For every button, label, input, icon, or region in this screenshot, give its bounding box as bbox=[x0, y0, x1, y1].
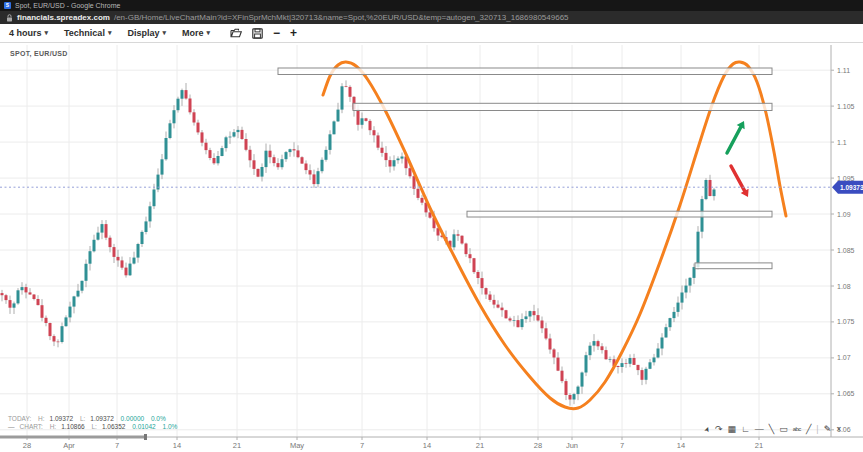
chevron-down-icon: ▾ bbox=[162, 29, 166, 37]
browser-window: S Spot, EUR/USD - Google Chrome financia… bbox=[0, 0, 863, 452]
y-axis-label: 1.075 bbox=[837, 318, 855, 325]
legend-chart-low: 1.06352 bbox=[102, 423, 126, 430]
chevron-down-icon: ▾ bbox=[108, 29, 112, 37]
curve-tool-icon[interactable]: ↷ bbox=[715, 424, 723, 435]
y-axis-label: 1.1 bbox=[837, 139, 847, 146]
x-axis-label: 7 bbox=[115, 441, 119, 450]
chart-area[interactable]: 1.111.1051.11.0951.091.0851.081.0751.071… bbox=[0, 43, 863, 452]
timeframe-dropdown[interactable]: 4 hours ▾ bbox=[9, 28, 48, 38]
symbol-label: SPOT, EUR/USD bbox=[10, 50, 68, 57]
y-axis-label: 1.085 bbox=[837, 247, 855, 254]
url-bar[interactable]: financials.spreadex.com/en-GB/Home/LiveC… bbox=[0, 11, 863, 24]
display-dropdown[interactable]: Display ▾ bbox=[127, 28, 166, 38]
text-tool-icon[interactable]: abc bbox=[793, 424, 801, 435]
open-folder-icon[interactable] bbox=[230, 28, 242, 38]
down-arrow-annotation[interactable] bbox=[731, 166, 749, 197]
x-axis-label: 28 bbox=[23, 441, 31, 450]
legend-today-low: 1.09372 bbox=[90, 415, 114, 422]
grid-tool-icon[interactable]: ▦ bbox=[727, 424, 736, 435]
x-axis-label: Jun bbox=[566, 441, 578, 450]
zoom-out-button[interactable]: − bbox=[273, 28, 280, 38]
legend-today-high: 1.09372 bbox=[50, 415, 74, 422]
legend-low-label: L: bbox=[80, 415, 85, 422]
legend-today-label: TODAY: bbox=[8, 415, 31, 422]
zone-rectangle[interactable] bbox=[353, 103, 772, 110]
url-path: /en-GB/Home/LiveChartMain?id=XFinSprMchM… bbox=[114, 13, 569, 22]
legend-chart-high: 1.10866 bbox=[61, 423, 85, 430]
chart-axes-tool-icon[interactable]: ∟ bbox=[741, 424, 750, 435]
chevron-down-icon: ▾ bbox=[45, 29, 49, 37]
up-arrow-annotation[interactable] bbox=[727, 121, 745, 153]
window-title-bar: S Spot, EUR/USD - Google Chrome bbox=[0, 0, 863, 11]
display-dropdown-label: Display bbox=[127, 28, 159, 38]
x-axis-label: 7 bbox=[620, 441, 624, 450]
x-axis-label: 7 bbox=[360, 441, 364, 450]
drawing-toolbar: ➤↷▦∟—╲▭abc╱|✎× bbox=[704, 423, 841, 436]
legend-today-change-pct: 0.0% bbox=[151, 415, 166, 422]
chart-legend: TODAY: H:1.09372 L:1.09372 0.00000 0.0% … bbox=[8, 415, 182, 431]
x-axis-label: 21 bbox=[476, 441, 484, 450]
y-axis-label: 1.07 bbox=[837, 354, 851, 361]
x-axis-label: 21 bbox=[755, 441, 763, 450]
legend-chart-label: CHART: bbox=[20, 423, 43, 430]
horizontal-line-tool-icon[interactable]: — bbox=[755, 424, 764, 435]
y-axis-labels: 1.111.1051.11.0951.091.0851.081.0751.071… bbox=[831, 67, 855, 434]
legend-high-label: H: bbox=[38, 415, 45, 422]
legend-chart-change-pct: 1.0% bbox=[163, 423, 178, 430]
svg-text:1.09373: 1.09373 bbox=[840, 184, 863, 191]
legend-row-chart: —CHART: H:1.10866 L:1.06352 0.01042 1.0% bbox=[8, 423, 182, 431]
x-axis-label: 21 bbox=[233, 441, 241, 450]
toolbar-divider: | bbox=[816, 424, 818, 435]
zone-rectangle[interactable] bbox=[695, 263, 772, 269]
zoom-in-button[interactable]: + bbox=[290, 28, 297, 38]
legend-chart-change: 0.01042 bbox=[132, 423, 156, 430]
spreadex-favicon: S bbox=[4, 2, 11, 9]
candlestick-chart: 1.111.1051.11.0951.091.0851.081.0751.071… bbox=[0, 43, 863, 452]
legend-high-label: H: bbox=[50, 423, 57, 430]
y-axis-label: 1.08 bbox=[837, 283, 851, 290]
window-title: Spot, EUR/USD - Google Chrome bbox=[15, 2, 120, 9]
legend-low-label: L: bbox=[91, 423, 96, 430]
save-icon[interactable] bbox=[252, 28, 263, 39]
x-axis-label: May bbox=[290, 441, 304, 450]
rectangle-tool-icon[interactable]: ▭ bbox=[779, 424, 788, 435]
technical-dropdown-label: Technical bbox=[64, 28, 105, 38]
url-domain: financials.spreadex.com bbox=[17, 13, 110, 22]
pencil-tool-icon[interactable]: ✎ bbox=[824, 424, 832, 435]
diagonal-line-tool-icon[interactable]: ╲ bbox=[769, 424, 774, 435]
y-axis-label: 1.065 bbox=[837, 390, 855, 397]
candles bbox=[1, 80, 716, 405]
current-price-badge: 1.09373 bbox=[832, 181, 863, 194]
timeframe-dropdown-label: 4 hours bbox=[9, 28, 42, 38]
x-axis-label: 14 bbox=[677, 441, 685, 450]
technical-dropdown[interactable]: Technical ▾ bbox=[64, 28, 111, 38]
legend-series-marker: — bbox=[8, 423, 15, 430]
zone-rectangle[interactable] bbox=[467, 211, 772, 217]
y-axis-label: 1.11 bbox=[837, 67, 850, 74]
y-axis-label: 1.095 bbox=[837, 175, 855, 182]
y-axis-label: 1.09 bbox=[837, 211, 851, 218]
x-axis-labels: 28Apr71421May7142128Jun71421 bbox=[23, 437, 763, 450]
zone-rectangle[interactable] bbox=[278, 68, 772, 75]
x-axis-label: 14 bbox=[423, 441, 431, 450]
y-axis-label: 1.105 bbox=[837, 103, 855, 110]
chart-toolbar: 4 hours ▾ Technical ▾ Display ▾ More ▾ bbox=[0, 24, 863, 43]
x-axis-label: 28 bbox=[534, 441, 542, 450]
legend-today-change: 0.00000 bbox=[121, 415, 145, 422]
chevron-down-icon: ▾ bbox=[206, 29, 210, 37]
x-axis-label: Apr bbox=[63, 441, 75, 450]
x-axis-label: 14 bbox=[173, 441, 181, 450]
legend-row-today: TODAY: H:1.09372 L:1.09372 0.00000 0.0% bbox=[8, 415, 182, 423]
trend-line-tool-icon[interactable]: ╱ bbox=[806, 424, 811, 435]
close-tool-icon[interactable]: × bbox=[836, 424, 841, 435]
lock-icon bbox=[6, 14, 13, 22]
chart-scrollbar[interactable] bbox=[0, 434, 147, 440]
more-dropdown-label: More bbox=[182, 28, 204, 38]
more-dropdown[interactable]: More ▾ bbox=[182, 28, 210, 38]
